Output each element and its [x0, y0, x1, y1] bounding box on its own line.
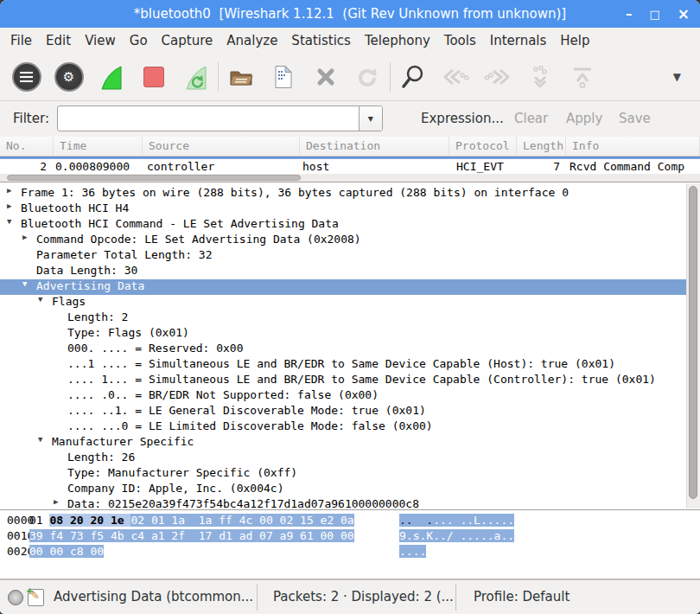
- status-profile[interactable]: Profile: Default: [474, 580, 570, 614]
- tree-row[interactable]: ▶Data: 0215e20a39f473f54bc4a12f17d1ad07a…: [0, 497, 687, 510]
- close-button[interactable]: ×: [678, 7, 690, 22]
- capture-options-icon[interactable]: ⚙: [48, 59, 90, 95]
- expander-open-icon[interactable]: ▼: [38, 295, 42, 304]
- ascii-segment[interactable]: ... ..L.....: [433, 514, 514, 527]
- toolbar-overflow-icon[interactable]: ▼: [673, 71, 681, 83]
- menu-item-help[interactable]: Help: [553, 28, 596, 54]
- menu-item-internals[interactable]: Internals: [483, 28, 554, 54]
- menu-item-view[interactable]: View: [78, 28, 123, 54]
- expander-closed-icon[interactable]: ▶: [54, 497, 58, 506]
- column-header-info[interactable]: Info: [566, 137, 700, 156]
- apply-button[interactable]: Apply: [566, 101, 602, 137]
- ascii-bytes[interactable]: 9.s.K../ .....a..: [399, 529, 514, 542]
- hex-segment[interactable]: 02 01 1a 1a ff 4c 00 02 15 e2 0a: [130, 514, 353, 527]
- tree-row[interactable]: ▼Bluetooth HCI Command - LE Set Advertis…: [0, 217, 687, 233]
- hex-row[interactable]: 001039 f4 73 f5 4b c4 a1 2f 17 d1 ad 07 …: [0, 529, 700, 545]
- tree-row[interactable]: .... ...0 = LE Limited Discoverable Mode…: [0, 419, 687, 435]
- reload-icon[interactable]: [347, 59, 389, 95]
- hex-bytes[interactable]: 01 08 20 20 1e 02 01 1a 1a ff 4c 00 02 1…: [29, 514, 354, 527]
- tree-row[interactable]: ...1 .... = Simultaneous LE and BR/EDR t…: [0, 357, 687, 373]
- find-packet-icon[interactable]: [391, 59, 434, 95]
- go-forward-icon[interactable]: [476, 59, 519, 95]
- tree-row[interactable]: Parameter Total Length: 32: [0, 248, 687, 264]
- menu-item-file[interactable]: File: [3, 28, 39, 54]
- minimize-button[interactable]: –: [626, 8, 633, 21]
- tree-row[interactable]: 000. .... = Reserved: 0x00: [0, 342, 687, 357]
- vscrollbar-thumb[interactable]: [689, 186, 697, 499]
- tree-row[interactable]: .... .0.. = BR/EDR Not Supported: false …: [0, 388, 687, 404]
- column-header-length[interactable]: Length: [517, 137, 566, 156]
- column-header-protocol[interactable]: Protocol: [449, 137, 517, 156]
- tree-row[interactable]: Type: Flags (0x01): [0, 326, 687, 342]
- expert-info-icon[interactable]: [8, 590, 23, 605]
- close-capture-icon[interactable]: [304, 59, 347, 95]
- tree-row[interactable]: Data Length: 30: [0, 264, 687, 279]
- capture-comment-icon[interactable]: + ✎: [28, 589, 44, 606]
- hex-bytes[interactable]: 39 f4 73 f5 4b c4 a1 2f 17 d1 ad 07 a9 6…: [29, 529, 354, 542]
- expander-open-icon[interactable]: ▼: [38, 435, 42, 444]
- ascii-segment[interactable]: ....: [399, 545, 426, 558]
- tree-row[interactable]: Length: 26: [0, 451, 687, 466]
- hex-row[interactable]: 000001 08 20 20 1e 02 01 1a 1a ff 4c 00 …: [0, 514, 700, 529]
- hex-segment[interactable]: 01: [29, 514, 49, 527]
- tree-row[interactable]: .... ..1. = LE General Discoverable Mode…: [0, 404, 687, 419]
- expression-button[interactable]: Expression...: [421, 101, 504, 137]
- expander-closed-icon[interactable]: ▶: [7, 186, 11, 195]
- expander-closed-icon[interactable]: ▶: [7, 201, 11, 210]
- ascii-bytes[interactable]: .. .... ..L.....: [399, 514, 514, 527]
- tree-row[interactable]: ▶Bluetooth HCI H4: [0, 201, 687, 217]
- menu-item-telephony[interactable]: Telephony: [358, 28, 437, 54]
- menu-item-analyze[interactable]: Analyze: [220, 28, 284, 54]
- go-to-top-icon[interactable]: [561, 59, 603, 95]
- column-header-destination[interactable]: Destination: [300, 137, 449, 156]
- expander-closed-icon[interactable]: ▶: [22, 233, 27, 241]
- column-header-source[interactable]: Source: [143, 137, 300, 156]
- filter-input[interactable]: ▼: [57, 106, 383, 131]
- hscrollbar-thumb[interactable]: [7, 175, 301, 181]
- tree-row[interactable]: ▼Manufacturer Specific: [0, 435, 687, 451]
- hex-row[interactable]: 002000 00 c8 00....: [0, 545, 700, 560]
- tree-row-selected[interactable]: ▼Advertising Data: [0, 279, 687, 295]
- hex-segment[interactable]: 00 00 c8 00: [29, 545, 104, 558]
- column-header-time[interactable]: Time: [54, 137, 143, 156]
- ascii-segment[interactable]: .. .: [399, 514, 433, 527]
- save-button[interactable]: Save: [619, 101, 651, 137]
- hex-segment[interactable]: 39 f4 73 f5 4b c4 a1 2f 17 d1 ad 07 a9 6…: [29, 529, 354, 542]
- open-capture-icon[interactable]: [220, 59, 262, 95]
- menu-item-capture[interactable]: Capture: [155, 28, 220, 54]
- menu-item-tools[interactable]: Tools: [437, 28, 483, 54]
- tree-row[interactable]: Length: 2: [0, 310, 687, 326]
- menu-item-go[interactable]: Go: [123, 28, 155, 54]
- capture-restart-icon[interactable]: [175, 59, 217, 95]
- detail-vscrollbar[interactable]: [686, 183, 700, 508]
- column-header-no[interactable]: No.: [0, 137, 54, 156]
- go-to-packet-icon[interactable]: [519, 59, 561, 95]
- packet-row[interactable]: 2 0.000809000 controller host HCI_EVT 7 …: [0, 159, 700, 174]
- tree-row[interactable]: ▼Flags: [0, 295, 687, 310]
- clear-button[interactable]: Clear: [514, 101, 548, 137]
- tree-row[interactable]: ▶Frame 1: 36 bytes on wire (288 bits), 3…: [0, 186, 687, 201]
- menu-item-edit[interactable]: Edit: [39, 28, 78, 54]
- tree-row-text: Bluetooth HCI H4: [21, 201, 129, 214]
- maximize-button[interactable]: □: [649, 9, 659, 20]
- interface-list-icon[interactable]: [5, 59, 48, 95]
- tree-row-text: .... ..1. = LE General Discoverable Mode…: [67, 404, 426, 417]
- go-back-icon[interactable]: [434, 59, 476, 95]
- menu-item-statistics[interactable]: Statistics: [284, 28, 358, 54]
- tree-row[interactable]: Company ID: Apple, Inc. (0x004c): [0, 482, 687, 497]
- save-capture-icon[interactable]: [262, 59, 304, 95]
- tree-row[interactable]: .... 1... = Simultaneous LE and BR/EDR t…: [0, 373, 687, 388]
- hex-bytes[interactable]: 00 00 c8 00: [29, 545, 104, 558]
- expander-open-icon[interactable]: ▼: [22, 279, 27, 288]
- capture-start-icon[interactable]: [90, 59, 132, 95]
- capture-stop-icon[interactable]: [132, 59, 175, 95]
- title-bar[interactable]: *bluetooth0 [Wireshark 1.12.1 (Git Rev U…: [0, 0, 700, 28]
- ascii-segment[interactable]: 9.s.K../ .....a..: [399, 529, 514, 542]
- tree-row[interactable]: ▶Command Opcode: LE Set Advertising Data…: [0, 233, 687, 248]
- tree-row[interactable]: Type: Manufacturer Specific (0xff): [0, 466, 687, 482]
- filter-history-dropdown[interactable]: ▼: [359, 106, 382, 131]
- ascii-bytes[interactable]: ....: [399, 545, 426, 558]
- expander-open-icon[interactable]: ▼: [7, 217, 11, 226]
- packet-list-hscrollbar[interactable]: [0, 174, 700, 182]
- hex-segment[interactable]: 08 20 20 1e: [49, 514, 130, 527]
